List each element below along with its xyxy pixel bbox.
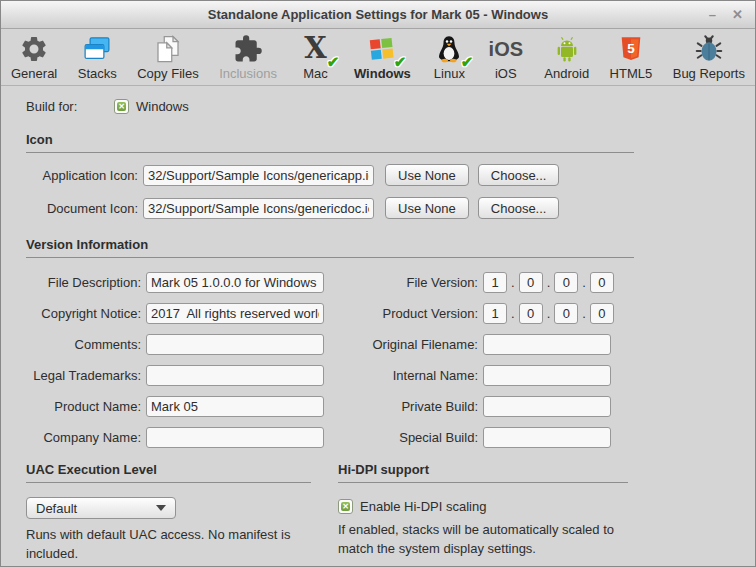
version-section-header: Version Information [26,237,634,258]
version-left-column: File Description: Copyright Notice: Comm… [26,262,324,448]
product-version-part-2[interactable] [519,303,543,324]
uac-section: UAC Execution Level Default Runs with de… [26,462,311,564]
product-name-input[interactable] [146,396,324,417]
build-for-windows-checkbox[interactable]: ✕ [114,99,129,114]
build-for-row: Build for: ✕ Windows [26,99,730,114]
application-icon-row: Application Icon: Use None Choose... [26,164,730,186]
tab-html5-label: HTML5 [610,66,653,81]
application-icon-input[interactable] [143,165,374,186]
tab-html5[interactable]: 5 HTML5 [610,32,653,81]
application-icon-choose-button[interactable]: Choose... [478,164,560,186]
tab-inclusions[interactable]: Inclusions [219,32,277,81]
windows-logo-icon: ✔ [364,32,400,65]
tab-mac-label: Mac [303,66,328,81]
file-version-part-2[interactable] [519,272,543,293]
tab-ios[interactable]: iOS iOS [488,32,524,81]
private-build-label: Private Build: [360,399,478,414]
tab-stacks[interactable]: Stacks [78,32,117,81]
comments-label: Comments: [26,337,141,352]
special-build-label: Special Build: [360,430,478,445]
file-version-part-3[interactable] [554,272,578,293]
document-icon-use-none-button[interactable]: Use None [385,197,469,219]
svg-text:5: 5 [627,41,635,56]
product-version-part-1[interactable] [483,303,507,324]
window-controls: – ✕ [709,1,743,28]
document-icon-row: Document Icon: Use None Choose... [26,197,730,219]
tab-general-label: General [11,66,57,81]
title-bar[interactable]: Standalone Application Settings for Mark… [1,1,755,29]
company-name-label: Company Name: [26,430,141,445]
internal-name-label: Internal Name: [360,368,478,383]
checkbox-mark-icon: ✕ [341,502,350,511]
check-icon: ✔ [394,54,407,69]
version-right-column: File Version: . . . Product Version: . . [360,262,614,448]
legal-trademarks-label: Legal Trademarks: [26,368,141,383]
file-version-part-4[interactable] [590,272,614,293]
tab-general[interactable]: General [11,32,57,81]
document-icon-label: Document Icon: [26,201,138,216]
tab-android[interactable]: Android [544,32,589,81]
tab-bug-reports[interactable]: Bug Reports [673,32,745,81]
ios-icon: iOS [488,32,524,65]
puzzle-icon [230,32,266,65]
tab-bug-reports-label: Bug Reports [673,66,745,81]
legal-trademarks-input[interactable] [146,365,324,386]
html5-shield-icon: 5 [613,32,649,65]
document-icon-choose-button[interactable]: Choose... [478,197,560,219]
chevron-down-icon [156,505,166,511]
document-icon-input[interactable] [143,198,374,219]
hidpi-checkbox[interactable]: ✕ [338,499,353,514]
linux-tux-icon: ✔ [431,32,467,65]
standalone-settings-window: Standalone Application Settings for Mark… [0,0,756,567]
mac-icon: X ✔ [297,32,333,65]
build-for-label: Build for: [26,99,114,114]
tab-linux[interactable]: ✔ Linux [431,32,467,81]
close-button[interactable]: ✕ [732,8,743,21]
product-version-part-4[interactable] [590,303,614,324]
bottom-sections: UAC Execution Level Default Runs with de… [26,462,730,564]
tab-copy-files[interactable]: Copy Files [137,32,198,81]
file-version-part-1[interactable] [483,272,507,293]
uac-level-value: Default [36,501,77,516]
application-icon-use-none-button[interactable]: Use None [385,164,469,186]
copyright-notice-input[interactable] [146,303,324,324]
file-description-input[interactable] [146,272,324,293]
gear-icon [16,32,52,65]
tab-windows[interactable]: ✔ Windows [354,32,411,81]
uac-description: Runs with default UAC access. No manifes… [26,526,311,564]
stacks-icon [79,32,115,65]
application-icon-label: Application Icon: [26,168,138,183]
copyright-notice-label: Copyright Notice: [26,306,141,321]
tab-android-label: Android [544,66,589,81]
check-icon: ✔ [461,54,474,69]
product-version-part-3[interactable] [554,303,578,324]
tab-copy-files-label: Copy Files [137,66,198,81]
company-name-input[interactable] [146,427,324,448]
check-icon: ✔ [327,54,340,69]
hidpi-check-row: ✕ Enable Hi-DPI scaling [338,499,628,514]
uac-section-header: UAC Execution Level [26,462,311,483]
build-for-option-label: Windows [136,99,189,114]
copy-files-icon [150,32,186,65]
special-build-input[interactable] [483,427,611,448]
original-filename-label: Original Filename: [360,337,478,352]
file-description-label: File Description: [26,275,141,290]
tab-inclusions-label: Inclusions [219,66,277,81]
hidpi-section-header: Hi-DPI support [338,462,628,483]
minimize-button[interactable]: – [709,8,716,21]
android-robot-icon [549,32,585,65]
hidpi-section: Hi-DPI support ✕ Enable Hi-DPI scaling I… [338,462,628,564]
hidpi-description: If enabled, stacks will be automatically… [338,521,628,559]
window-title: Standalone Application Settings for Mark… [208,7,548,22]
internal-name-input[interactable] [483,365,611,386]
private-build-input[interactable] [483,396,611,417]
tab-ios-label: iOS [495,66,517,81]
original-filename-input[interactable] [483,334,611,355]
product-name-label: Product Name: [26,399,141,414]
tab-mac[interactable]: X ✔ Mac [297,32,333,81]
product-version-label: Product Version: [360,306,478,321]
file-version-label: File Version: [360,275,478,290]
uac-level-dropdown[interactable]: Default [26,497,176,519]
comments-input[interactable] [146,334,324,355]
version-grid: File Description: Copyright Notice: Comm… [26,262,730,448]
